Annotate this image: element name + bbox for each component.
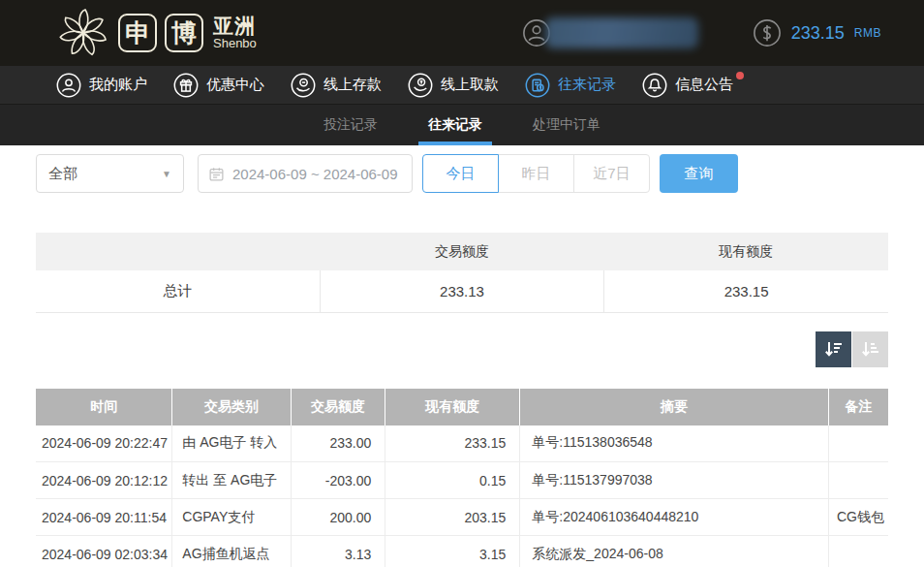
cell-type: CGPAY支付 (172, 499, 291, 536)
balance-currency: RMB (854, 26, 881, 40)
deposit-icon (291, 73, 316, 98)
cell-remark (828, 462, 888, 499)
bell-icon (642, 73, 667, 98)
table-header-row: 时间 交易类别 交易额度 现有额度 摘要 备注 (36, 389, 888, 425)
cell-summary: 单号:115137997038 (520, 462, 829, 499)
yesterday-button[interactable]: 昨日 (498, 154, 574, 193)
brand-char-bo: 博 (165, 14, 203, 52)
query-button[interactable]: 查询 (660, 154, 738, 193)
col-header-time: 时间 (36, 389, 172, 425)
table-row: 2024-06-09 02:03:34 AG捕鱼机返点 3.13 3.15 系统… (36, 536, 888, 567)
cell-type: 由 AG电子 转入 (172, 425, 291, 462)
col-header-remark: 备注 (828, 389, 888, 425)
tab-betting-records[interactable]: 投注记录 (314, 105, 387, 145)
nav-item-my-account[interactable]: 我的账户 (56, 73, 147, 98)
cell-time: 2024-06-09 20:11:54 (36, 499, 172, 536)
transactions-table: 时间 交易类别 交易额度 现有额度 摘要 备注 2024-06-09 20:22… (36, 389, 888, 567)
summary-total-label: 总计 (36, 270, 320, 312)
sort-ascending-icon (860, 338, 881, 360)
nav-label: 信息公告 (675, 76, 733, 94)
records-icon (525, 73, 550, 98)
nav-item-promotions[interactable]: 优惠中心 (173, 73, 264, 98)
cell-type: 转出 至 AG电子 (172, 462, 291, 499)
nav-label: 优惠中心 (206, 76, 264, 94)
cell-time: 2024-06-09 20:22:47 (36, 425, 172, 462)
calendar-icon (208, 166, 225, 182)
col-header-amount: 交易额度 (291, 389, 385, 425)
cell-balance: 0.15 (385, 462, 520, 499)
tab-processing-orders[interactable]: 处理中订单 (523, 105, 610, 145)
today-button[interactable]: 今日 (422, 154, 499, 193)
cell-amount: 233.00 (291, 425, 385, 462)
page: 申 博 亚洲 Shenbo (0, 0, 924, 567)
notification-badge (736, 72, 744, 79)
cell-balance: 233.15 (385, 425, 520, 462)
content: 全部 ▼ 2024-06-09 ~ 2024-06-09 今日 昨日 近7日 查… (0, 145, 924, 567)
withdraw-icon (408, 73, 433, 98)
user-icon (56, 73, 81, 98)
cell-amount: 200.00 (291, 499, 385, 536)
table-row: 2024-06-09 20:11:54 CGPAY支付 200.00 203.1… (36, 499, 888, 536)
chevron-down-icon: ▼ (162, 169, 171, 179)
cell-balance: 203.15 (385, 499, 520, 536)
summary-current-amount: 233.15 (604, 270, 888, 312)
cell-amount: 3.13 (291, 536, 385, 567)
filter-row: 全部 ▼ 2024-06-09 ~ 2024-06-09 今日 昨日 近7日 查… (36, 154, 888, 193)
nav-item-deposit[interactable]: 线上存款 (291, 73, 382, 98)
cell-summary: 系统派发_2024-06-08 (520, 536, 829, 567)
tab-transaction-records[interactable]: 往来记录 (418, 105, 492, 145)
cell-remark: CG钱包 (828, 499, 888, 536)
nav-item-transaction-records[interactable]: 往来记录 (525, 73, 616, 98)
summary-trade-amount: 233.13 (320, 270, 603, 312)
nav-item-announcements[interactable]: 信息公告 (642, 73, 733, 98)
sub-nav: 投注记录 往来记录 处理中订单 (0, 105, 924, 145)
cell-summary: 单号:115138036548 (520, 425, 829, 462)
table-row: 2024-06-09 20:12:12 转出 至 AG电子 -203.00 0.… (36, 462, 888, 499)
balance[interactable]: 233.15 RMB (753, 18, 881, 47)
cell-amount: -203.00 (291, 462, 385, 499)
nav-label: 线上取款 (441, 76, 499, 94)
top-header: 申 博 亚洲 Shenbo (0, 0, 924, 66)
quick-range-group: 今日 昨日 近7日 (422, 154, 650, 193)
user-account[interactable] (522, 17, 698, 48)
brand-char-shen: 申 (118, 14, 157, 52)
brand-region-text: 亚洲 (213, 16, 257, 37)
nav-item-withdraw[interactable]: 线上取款 (408, 73, 499, 98)
table-row: 2024-06-09 20:22:47 由 AG电子 转入 233.00 233… (36, 425, 888, 462)
cell-remark (828, 425, 888, 462)
cell-balance: 3.15 (385, 536, 520, 567)
nav-label: 往来记录 (558, 76, 616, 94)
flower-logo-icon (56, 6, 110, 60)
cell-time: 2024-06-09 20:12:12 (36, 462, 172, 499)
summary-header-empty (36, 233, 320, 270)
col-header-balance: 现有额度 (385, 389, 520, 425)
summary-header-row: 交易额度 现有额度 (36, 233, 888, 270)
cell-remark (828, 536, 888, 567)
type-select-value: 全部 (48, 165, 77, 183)
col-header-type: 交易类别 (172, 389, 291, 425)
nav-label: 线上存款 (323, 76, 382, 94)
summary-header-current-amount: 现有额度 (604, 233, 888, 270)
sort-ascending-button[interactable] (852, 331, 888, 367)
brand-en-text: Shenbo (213, 37, 257, 50)
type-select[interactable]: 全部 ▼ (36, 154, 184, 193)
brand-logo[interactable]: 申 博 亚洲 Shenbo (56, 6, 257, 60)
col-header-summary: 摘要 (520, 389, 829, 425)
summary-table: 交易额度 现有额度 总计 233.13 233.15 (36, 233, 888, 313)
redacted-username (545, 17, 698, 48)
gift-icon (173, 73, 199, 98)
date-range-input[interactable]: 2024-06-09 ~ 2024-06-09 (198, 154, 413, 193)
cell-time: 2024-06-09 02:03:34 (36, 536, 172, 567)
balance-amount: 233.15 (791, 23, 845, 44)
main-nav: 我的账户 优惠中心 线上存款 线上取款 (0, 66, 924, 105)
summary-header-trade-amount: 交易额度 (320, 233, 603, 270)
summary-total-row: 总计 233.13 233.15 (36, 270, 888, 312)
wallet-dollar-icon (753, 18, 782, 47)
sort-descending-icon (823, 338, 845, 360)
sort-descending-button[interactable] (816, 331, 851, 367)
cell-type: AG捕鱼机返点 (172, 536, 291, 567)
date-range-value: 2024-06-09 ~ 2024-06-09 (232, 166, 398, 182)
last7days-button[interactable]: 近7日 (573, 154, 650, 193)
cell-summary: 单号:202406103640448210 (520, 499, 829, 536)
sort-controls (36, 331, 888, 367)
